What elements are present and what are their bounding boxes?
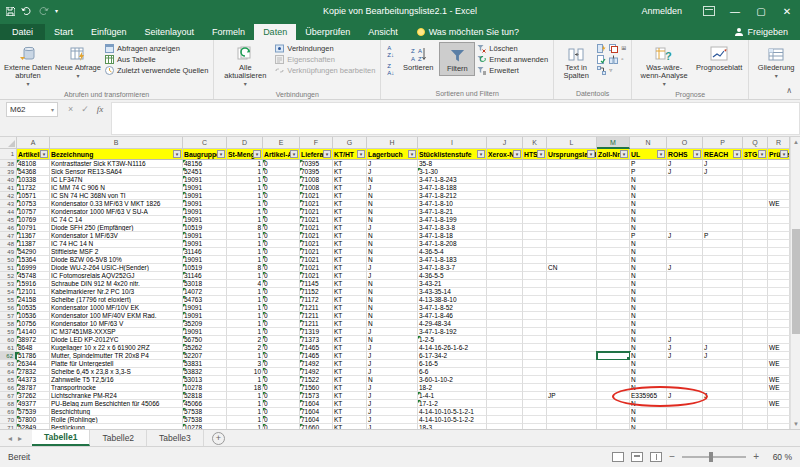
row-header-67[interactable]: 67 bbox=[0, 392, 17, 400]
cell-B52[interactable]: IC Fotomosrelais AQV252GJ bbox=[50, 272, 183, 280]
header-cell-A[interactable]: ArtikelNr▾ bbox=[17, 149, 50, 160]
cell-I56[interactable]: 3-47-1-8-52 bbox=[418, 304, 487, 312]
cell-B44[interactable]: Kondensator 1000 MF/63 V SU-A bbox=[50, 208, 183, 216]
cell-K46[interactable] bbox=[523, 224, 547, 232]
cell-J62[interactable] bbox=[487, 352, 523, 360]
cell-F44[interactable]: 71021 bbox=[300, 208, 333, 216]
cell-M39[interactable] bbox=[597, 168, 630, 176]
cell-E40[interactable]: 0 bbox=[263, 176, 300, 184]
tab-einfuegen[interactable]: Einfügen bbox=[82, 24, 136, 40]
cell-H44[interactable]: N bbox=[367, 208, 418, 216]
cell-D41[interactable]: 1 bbox=[227, 184, 263, 192]
cell-E69[interactable]: 0 bbox=[263, 408, 300, 416]
cell-C67[interactable]: 52818 bbox=[183, 392, 227, 400]
cell-N48[interactable]: N bbox=[630, 240, 667, 248]
cell-Q53[interactable] bbox=[743, 280, 768, 288]
cell-Q39[interactable] bbox=[743, 168, 768, 176]
cell-M50[interactable] bbox=[597, 256, 630, 264]
cell-G55[interactable]: KT bbox=[333, 296, 367, 304]
cell-R39[interactable] bbox=[768, 168, 790, 176]
cell-I39[interactable]: 3-1-30 bbox=[418, 168, 487, 176]
cell-N56[interactable]: N bbox=[630, 304, 667, 312]
cell-H43[interactable]: N bbox=[367, 200, 418, 208]
cell-M45[interactable] bbox=[597, 216, 630, 224]
row-header-45[interactable]: 45 bbox=[0, 216, 17, 224]
cell-Q58[interactable] bbox=[743, 320, 768, 328]
row-header-53[interactable]: 53 bbox=[0, 280, 17, 288]
cell-P56[interactable] bbox=[703, 304, 743, 312]
cell-M55[interactable] bbox=[597, 296, 630, 304]
cell-I57[interactable]: 3-47-1-8-46 bbox=[418, 312, 487, 320]
cell-G57[interactable]: KT bbox=[333, 312, 367, 320]
cell-C58[interactable]: 35209 bbox=[183, 320, 227, 328]
cell-G52[interactable]: KT bbox=[333, 272, 367, 280]
cell-I47[interactable]: 3-47-1-8-18 bbox=[418, 232, 487, 240]
cell-E50[interactable]: 0 bbox=[263, 256, 300, 264]
header-cell-P[interactable]: REACH▾ bbox=[703, 149, 743, 160]
cell-M71[interactable] bbox=[597, 424, 630, 429]
cell-N68[interactable]: N bbox=[630, 400, 667, 408]
cell-D51[interactable]: 8 bbox=[227, 264, 263, 272]
cell-G71[interactable]: KT bbox=[333, 424, 367, 429]
cell-Q57[interactable] bbox=[743, 312, 768, 320]
cell-Q69[interactable] bbox=[743, 408, 768, 416]
cell-M57[interactable] bbox=[597, 312, 630, 320]
name-box[interactable]: M62 ▾ bbox=[6, 102, 58, 117]
cell-J71[interactable] bbox=[487, 424, 523, 429]
cell-J41[interactable] bbox=[487, 184, 523, 192]
cell-P69[interactable] bbox=[703, 408, 743, 416]
cell-O54[interactable] bbox=[667, 288, 703, 296]
cell-F38[interactable]: 70395 bbox=[300, 160, 333, 168]
cell-I50[interactable]: 3-47-1-8-183 bbox=[418, 256, 487, 264]
cell-A66[interactable]: 28787 bbox=[17, 384, 50, 392]
zoom-slider-thumb[interactable] bbox=[709, 452, 713, 462]
cell-P50[interactable] bbox=[703, 256, 743, 264]
cell-G38[interactable]: KT bbox=[333, 160, 367, 168]
cell-E67[interactable]: 0 bbox=[263, 392, 300, 400]
cell-N62[interactable]: N bbox=[630, 352, 667, 360]
cell-L54[interactable] bbox=[547, 288, 597, 296]
cell-L53[interactable] bbox=[547, 280, 597, 288]
cell-I65[interactable]: 3-60-1-10-2 bbox=[418, 376, 487, 384]
cell-C38[interactable]: 48156 bbox=[183, 160, 227, 168]
cell-R44[interactable] bbox=[768, 208, 790, 216]
cell-F41[interactable]: 71008 bbox=[300, 184, 333, 192]
cell-D63[interactable]: 3 bbox=[227, 360, 263, 368]
scroll-down-icon[interactable]: ▼ bbox=[791, 419, 800, 429]
cell-J55[interactable] bbox=[487, 296, 523, 304]
cell-D64[interactable]: 10 bbox=[227, 368, 263, 376]
cell-A38[interactable]: 48108 bbox=[17, 160, 50, 168]
cell-A43[interactable]: 10753 bbox=[17, 200, 50, 208]
cell-M58[interactable] bbox=[597, 320, 630, 328]
row-header-43[interactable]: 43 bbox=[0, 200, 17, 208]
cell-Q48[interactable] bbox=[743, 240, 768, 248]
cell-L68[interactable] bbox=[547, 400, 597, 408]
row-header-56[interactable]: 56 bbox=[0, 304, 17, 312]
cell-K64[interactable] bbox=[523, 368, 547, 376]
customize-qat-icon[interactable]: ▾ bbox=[55, 6, 58, 16]
header-cell-J[interactable]: Xerox-Nr.▾ bbox=[487, 149, 523, 160]
cell-O66[interactable] bbox=[667, 384, 703, 392]
cell-Q42[interactable] bbox=[743, 192, 768, 200]
row-header-57[interactable]: 57 bbox=[0, 312, 17, 320]
cell-H47[interactable]: N bbox=[367, 232, 418, 240]
cell-A46[interactable]: 10791 bbox=[17, 224, 50, 232]
cell-G53[interactable]: KT bbox=[333, 280, 367, 288]
header-cell-M[interactable]: Zoll-Nr.▾ bbox=[597, 149, 630, 160]
cell-R46[interactable] bbox=[768, 224, 790, 232]
cell-J44[interactable] bbox=[487, 208, 523, 216]
column-header-G[interactable]: G bbox=[333, 137, 367, 149]
cell-Q43[interactable] bbox=[743, 200, 768, 208]
cell-D53[interactable]: 4 bbox=[227, 280, 263, 288]
column-header-J[interactable]: J bbox=[487, 137, 523, 149]
cell-L63[interactable] bbox=[547, 360, 597, 368]
cell-H48[interactable]: N bbox=[367, 240, 418, 248]
cell-R42[interactable] bbox=[768, 192, 790, 200]
forecast-sheet-button[interactable]: Prognoseblatt bbox=[693, 42, 745, 74]
cell-F39[interactable]: 70395 bbox=[300, 168, 333, 176]
cell-E49[interactable]: 0 bbox=[263, 248, 300, 256]
cell-B40[interactable]: IC LF347N bbox=[50, 176, 183, 184]
cell-N67[interactable]: E335965 bbox=[630, 392, 667, 400]
flash-fill-icon[interactable] bbox=[597, 44, 606, 53]
column-header-R[interactable]: R bbox=[768, 137, 790, 149]
